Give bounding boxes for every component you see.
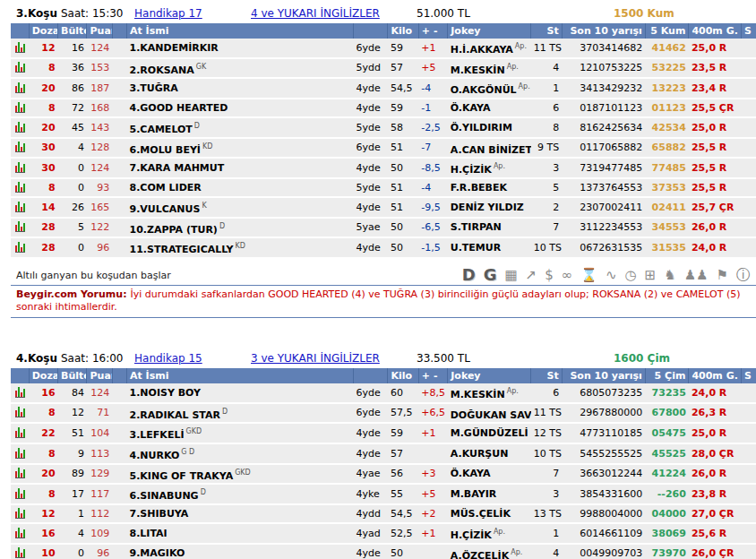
jockey-name[interactable]: M.KESKİN bbox=[451, 389, 505, 400]
form-graph-icon[interactable] bbox=[15, 161, 25, 173]
jockey-name[interactable]: U.TEMUR bbox=[451, 242, 501, 254]
form-graph-icon[interactable] bbox=[15, 447, 25, 459]
race-time: Saat: 15:30 bbox=[61, 7, 134, 20]
form-table-icon[interactable]: ▦ bbox=[504, 267, 517, 283]
horses-icon[interactable]: ♞ bbox=[664, 267, 675, 283]
handicap-link[interactable]: Handikap 17 bbox=[134, 7, 251, 20]
jockey-name[interactable]: O.AKGÖNÜL bbox=[451, 84, 517, 96]
form-graph-icon[interactable] bbox=[15, 467, 25, 478]
jockey-name[interactable]: Ö.KAYA bbox=[451, 468, 491, 479]
horse-name[interactable]: 11.STRATEGICALLY bbox=[130, 244, 234, 255]
form-graph-icon[interactable] bbox=[15, 141, 25, 152]
horse-row: 14261659.VULCANUSK4yde51-9,5DENİZ YILDIZ… bbox=[11, 197, 756, 218]
horse-name[interactable]: 7.SHIBUYA bbox=[130, 508, 189, 520]
form-graph-icon[interactable] bbox=[15, 101, 25, 113]
surface5-cell: 41224 bbox=[645, 464, 689, 485]
horse-name[interactable]: 1.NOISY BOY bbox=[130, 387, 202, 399]
horse-name[interactable]: 2.RADIKAL STAR bbox=[130, 408, 220, 420]
horse-name[interactable]: 9.MAGIKO bbox=[130, 547, 185, 559]
start-box-cell: 2 bbox=[531, 197, 562, 218]
dozaj-cell: 12 bbox=[29, 39, 57, 58]
horse-name[interactable]: 6.SINABUNG bbox=[130, 490, 199, 502]
category-link[interactable]: 4 ve YUKARI İNGİLİZLER bbox=[251, 7, 417, 20]
jockey-name[interactable]: A.ÖZÇELİK bbox=[451, 549, 509, 559]
horse-badge: G D bbox=[181, 448, 194, 456]
info-icon[interactable]: ⓘ bbox=[736, 267, 751, 283]
line-chart-icon[interactable]: ∿ bbox=[606, 267, 617, 283]
form-graph-icon[interactable] bbox=[15, 406, 25, 417]
horse-name[interactable]: 10.ZAPPA (TUR) bbox=[130, 223, 218, 235]
jockey-name[interactable]: Ö.KAYA bbox=[451, 102, 491, 114]
jockey-name[interactable]: Ö.YILDIRIM bbox=[451, 122, 512, 133]
horse-name[interactable]: 8.LITAI bbox=[130, 528, 168, 539]
graph-cell bbox=[11, 383, 29, 403]
form-graph-icon[interactable] bbox=[15, 546, 25, 558]
col-puan: Puan bbox=[87, 368, 112, 383]
trend-arrow-icon[interactable]: ↗ bbox=[526, 267, 537, 283]
bulten-cell: 26 bbox=[58, 197, 87, 218]
form-graph-icon[interactable] bbox=[15, 386, 25, 398]
horse-name[interactable]: 1.KANDEMİRKIR bbox=[130, 42, 219, 54]
form-graph-icon[interactable] bbox=[15, 121, 25, 133]
horse-name[interactable]: 2.ROKSANA bbox=[130, 64, 194, 75]
weight-diff-cell: -7 bbox=[418, 138, 447, 159]
stopwatch-icon[interactable]: ◷ bbox=[625, 267, 637, 283]
horse-name[interactable]: 7.KARA MAHMUT bbox=[130, 162, 225, 174]
form-graph-icon[interactable] bbox=[15, 220, 25, 232]
prize-money-icon[interactable]: $ bbox=[545, 267, 554, 283]
horse-name[interactable]: 8.COM LIDER bbox=[130, 182, 202, 194]
age-cell: 4yke bbox=[354, 484, 388, 504]
start-box-cell: 1 bbox=[531, 523, 562, 544]
jockey-name[interactable]: MÜS.ÇELİK bbox=[451, 508, 511, 520]
horse-name[interactable]: 5.CAMELOT bbox=[130, 124, 193, 135]
jockey-name[interactable]: M.GÜNDÜZELİ bbox=[451, 427, 528, 439]
form-graph-icon[interactable] bbox=[15, 201, 25, 212]
jockey-name[interactable]: F.R.BEBEK bbox=[451, 182, 507, 194]
weight-diff-cell: -8,5 bbox=[418, 158, 447, 178]
jockey-name[interactable]: DOĞUKAN SAV bbox=[451, 408, 531, 420]
jockey-name[interactable]: A.CAN BİNİZETOĞLU bbox=[451, 143, 531, 155]
form-graph-icon[interactable] bbox=[15, 181, 25, 193]
surface5-cell: 31535 bbox=[645, 237, 689, 258]
form-graph-icon[interactable] bbox=[15, 41, 25, 53]
graph-cell bbox=[11, 218, 29, 238]
jockey-name[interactable]: H.ÇİZİK bbox=[451, 164, 492, 176]
form-graph-icon[interactable] bbox=[15, 82, 25, 93]
form-graph-icon[interactable] bbox=[15, 426, 25, 438]
dozaj-cell: 28 bbox=[29, 237, 57, 258]
hourglass-icon[interactable]: ⌛ bbox=[580, 267, 597, 283]
horse-name[interactable]: 4.GOOD HEARTED bbox=[130, 102, 228, 114]
form-graph-icon[interactable] bbox=[15, 507, 25, 519]
handicap-link[interactable]: Handikap 15 bbox=[134, 352, 251, 365]
jockey-name[interactable]: M.BAYIR bbox=[451, 488, 497, 500]
form-graph-icon[interactable] bbox=[15, 527, 25, 538]
horse-name[interactable]: 6.MOLU BEYİ bbox=[130, 143, 201, 155]
jockey-name[interactable]: S.TIRPAN bbox=[451, 221, 502, 233]
form-graph-icon[interactable] bbox=[15, 241, 25, 253]
jockey-name[interactable]: M.KESKİN bbox=[451, 64, 505, 75]
jockey-name[interactable]: H.İ.AKKAYA bbox=[451, 44, 513, 56]
finish-flag-icon[interactable]: ⚑ bbox=[717, 267, 728, 283]
binoculars-icon[interactable]: ∞ bbox=[562, 267, 573, 283]
horse-name[interactable]: 3.TUĞRA bbox=[130, 82, 178, 94]
horse-name[interactable]: 3.LEFKELİ bbox=[130, 429, 185, 441]
jockey-name[interactable]: A.KURŞUN bbox=[451, 448, 509, 460]
ganyan-g-icon[interactable]: G bbox=[484, 267, 497, 283]
kilo-cell: 59 bbox=[388, 99, 418, 117]
category-link[interactable]: 3 ve YUKARI İNGİLİZLER bbox=[251, 352, 417, 365]
bulten-cell: 36 bbox=[58, 58, 87, 79]
graph-col-header bbox=[11, 23, 29, 39]
horse-name[interactable]: 4.NURKO bbox=[130, 450, 180, 461]
start-box-cell: 7 bbox=[531, 218, 562, 238]
horse-name[interactable]: 9.VULCANUS bbox=[130, 203, 201, 215]
form-graph-icon[interactable] bbox=[15, 61, 25, 73]
form-graph-icon[interactable] bbox=[15, 487, 25, 499]
daily-program-d-icon[interactable]: D bbox=[462, 267, 476, 283]
col-bulten: Bülten bbox=[58, 23, 87, 39]
jockey-name[interactable]: H.ÇİZİK bbox=[451, 529, 492, 541]
calculator-icon[interactable]: ⊞ bbox=[645, 267, 657, 283]
bulten-cell: 84 bbox=[58, 383, 87, 403]
jockey-name[interactable]: DENİZ YILDIZ bbox=[451, 202, 524, 213]
horse-name[interactable]: 5.KING OF TRAKYA bbox=[130, 469, 234, 481]
crowd-icon[interactable]: ♟♟ bbox=[684, 267, 709, 283]
